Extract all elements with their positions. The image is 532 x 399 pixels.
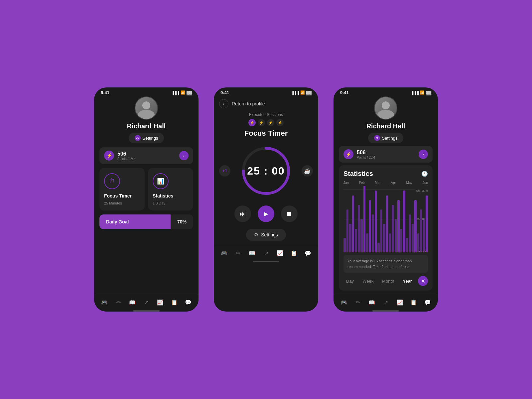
focus-timer-card[interactable]: ⏱ Focus Timer 25 Minutes [99, 168, 145, 210]
nav-book-icon-2[interactable]: 📖 [247, 248, 257, 258]
nav-share-icon-3[interactable]: ↗ [381, 298, 390, 307]
nav-list-icon-3[interactable]: 📋 [409, 298, 418, 307]
stats-title: Statistics [343, 170, 373, 178]
nav-trending-icon[interactable]: 📈 [156, 298, 165, 307]
focus-header: ‹ Return to profile [214, 96, 318, 112]
back-button[interactable]: ‹ [219, 99, 228, 108]
stop-button[interactable]: ⏹ [281, 205, 298, 222]
tab-year[interactable]: Year [400, 277, 414, 285]
points-icon-3: ⚡ [343, 149, 353, 159]
chart-bar-29 [426, 196, 428, 252]
nav-share-icon-2[interactable]: ↗ [261, 248, 271, 258]
points-label: Points / LV.4 [117, 157, 176, 161]
nav-gamepad-icon-2[interactable]: 🎮 [219, 248, 229, 258]
home-indicator-2 [214, 260, 318, 262]
close-stats-button[interactable]: ✕ [418, 276, 428, 286]
month-apr: Apr [391, 181, 396, 185]
chart-bar-14 [383, 224, 385, 252]
chart-bar-18 [395, 219, 397, 252]
status-icons-1: ▐▐▐ 📶 ▓▓ [172, 90, 192, 95]
nav-share-icon[interactable]: ↗ [142, 298, 151, 307]
phone-3: 9:41 ▐▐▐ 📶 ▓▓ Richard Hall ⚙ Settings ⚡ … [332, 86, 439, 313]
nav-pencil-icon[interactable]: ✏ [114, 298, 123, 307]
focus-timer-sub: 25 Minutes [104, 201, 122, 205]
points-info: 506 Points / LV.4 [117, 151, 176, 161]
nav-gamepad-icon[interactable]: 🎮 [100, 298, 109, 307]
coffee-button[interactable]: ☕ [302, 165, 313, 177]
points-bar-3: ⚡ 506 Points / LV.4 › [339, 146, 433, 163]
plus-one-button[interactable]: +1 [219, 165, 230, 177]
home-bar [133, 310, 160, 312]
avatar-3 [374, 96, 397, 120]
nav-chat-icon-3[interactable]: 💬 [423, 298, 432, 307]
chart-bar-19 [397, 200, 400, 252]
time-tabs: Day Week Month Year ✕ [343, 276, 428, 286]
chart-bar-27 [420, 209, 422, 252]
settings-button-2[interactable]: ⚙ Settings [246, 229, 286, 241]
nav-gamepad-icon-3[interactable]: 🎮 [339, 298, 348, 307]
daily-goal-button[interactable]: Daily Goal [99, 214, 171, 229]
settings-button[interactable]: ⚙ Settings [129, 133, 164, 143]
status-bar-1: 9:41 ▐▐▐ 📶 ▓▓ [94, 87, 199, 96]
chart-bar-25 [414, 200, 417, 252]
nav-list-icon-2[interactable]: 📋 [289, 248, 299, 258]
user-name-3: Richard Hall [366, 122, 405, 130]
month-feb: Feb [359, 181, 365, 185]
avatar-section-3: Richard Hall ⚙ Settings [339, 96, 433, 143]
nav-chat-icon[interactable]: 💬 [184, 298, 193, 307]
nav-trending-icon-3[interactable]: 📈 [395, 298, 404, 307]
nav-list-icon[interactable]: 📋 [170, 298, 179, 307]
chart-bar-8 [366, 233, 368, 252]
nav-chat-icon-2[interactable]: 💬 [303, 248, 313, 258]
points-info-3: 506 Points / LV.4 [357, 150, 415, 159]
settings-button-3[interactable]: ⚙ Settings [368, 133, 404, 143]
chart-bar-2 [349, 224, 351, 252]
home-indicator-1 [94, 309, 199, 312]
arrow-button[interactable]: › [179, 151, 189, 160]
chart-bar-3 [352, 196, 354, 252]
points-number-3: 506 [357, 150, 415, 156]
home-bar-3 [372, 310, 399, 312]
chart-bar-15 [386, 196, 388, 252]
chart-bars [343, 186, 428, 252]
avatar-image [135, 96, 157, 120]
statistics-card[interactable]: 📊 Statistics 1.3 Day [148, 168, 193, 210]
chart-bar-17 [392, 205, 394, 252]
status-icons-2: ▐▐▐ 📶 ▓▓ [291, 90, 312, 95]
nav-trending-icon-2[interactable]: 📈 [275, 248, 285, 258]
session-dot-3: ⚡ [267, 119, 274, 126]
skip-button[interactable]: ⏭ [234, 205, 251, 222]
nav-pencil-icon-2[interactable]: ✏ [233, 248, 243, 258]
chart-bar-22 [406, 238, 408, 252]
session-dot-4: ⚡ [276, 119, 284, 126]
chart-bar-4 [355, 229, 357, 252]
gear-icon-2: ⚙ [254, 232, 258, 237]
wifi-icon-2: 📶 [300, 90, 305, 95]
nav-book-icon[interactable]: 📖 [128, 298, 137, 307]
chart-bar-16 [389, 233, 391, 252]
arrow-button-3[interactable]: › [419, 150, 428, 159]
time-1: 9:41 [101, 90, 109, 95]
session-dot-2: ⚡ [258, 119, 265, 126]
nav-book-icon-3[interactable]: 📖 [367, 298, 376, 307]
clock-icon-stats: 🕐 [421, 171, 428, 177]
month-jan: Jan [343, 181, 349, 185]
play-button[interactable]: ▶ [258, 205, 274, 222]
month-labels: Jan Feb Mar Apr May Jun [343, 181, 428, 185]
nav-pencil-icon-3[interactable]: ✏ [353, 298, 362, 307]
signal-icon: ▐▐▐ [172, 91, 179, 95]
home-indicator-3 [333, 309, 438, 312]
chart-bar-6 [360, 219, 363, 252]
settings-label-3: Settings [382, 136, 398, 141]
tab-month[interactable]: Month [379, 277, 397, 285]
user-name: Richard Hall [127, 122, 166, 130]
profile-content: Richard Hall ⚙ Settings ⚡ 506 Points / L… [94, 96, 199, 294]
avatar-image-3 [375, 96, 397, 120]
wifi-icon: 📶 [181, 90, 185, 95]
chart-area: 5h : 30m 3h : 00m 00 : 00 [343, 186, 428, 252]
month-mar: Mar [375, 181, 380, 185]
tab-day[interactable]: Day [343, 277, 356, 285]
bottom-nav-3: 🎮 ✏ 📖 ↗ 📈 📋 💬 [333, 294, 438, 309]
tab-week[interactable]: Week [360, 277, 376, 285]
statistics-section: Statistics 🕐 Jan Feb Mar Apr May Jun 5h … [339, 165, 433, 291]
